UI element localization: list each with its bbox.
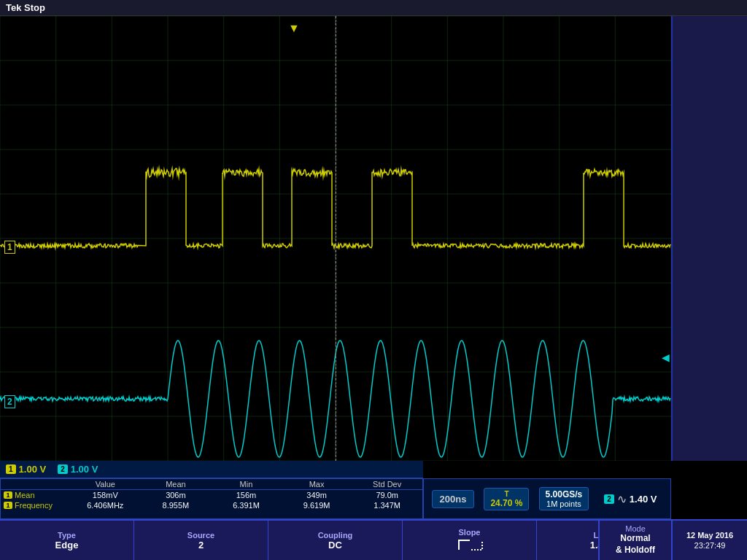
meas-row-mean: 1 Mean 158mV 306m 156m 349m 79.0m xyxy=(1,490,422,500)
meas-freq-label: Frequency xyxy=(15,501,53,510)
meas-freq-mean: 8.955M xyxy=(141,501,212,510)
source-label: Source xyxy=(187,531,214,540)
mode-value: Normal & Holdoff xyxy=(616,533,655,556)
meas-col-value: Value xyxy=(70,480,141,489)
slope-button[interactable]: Slope xyxy=(403,521,537,560)
coupling-value: DC xyxy=(328,540,342,551)
ch2-badge: 2 xyxy=(58,464,68,474)
trig-right-arrow: ◀ xyxy=(662,351,670,363)
meas-row2-label: 1 Frequency xyxy=(1,501,70,510)
trig-label: T xyxy=(504,490,508,498)
ch2-right-display: 2 ∿ 1.40 V xyxy=(598,491,662,508)
meas-mean-stddev: 79.0m xyxy=(352,491,422,499)
trigger-marker: ▼ xyxy=(288,22,300,35)
meas-row-freq: 1 Frequency 6.406MHz 8.955M 6.391M 9.619… xyxy=(1,500,422,510)
ch2-marker: 2 xyxy=(4,395,15,408)
channel-bar: 1 1.00 V 2 1.00 V xyxy=(0,461,423,478)
ch1-marker: 1 xyxy=(4,241,15,254)
controls-bar[interactable]: Type Edge Source 2 Coupling DC Slope Lev… xyxy=(0,519,671,560)
meas-col-max: Max xyxy=(282,480,352,489)
coupling-button[interactable]: Coupling DC xyxy=(268,521,403,560)
status-text: Tek Stop xyxy=(6,2,45,13)
sample-rate-box: 5.00GS/s 1M points xyxy=(539,487,589,510)
trig-percent: 24.70 % xyxy=(490,498,522,508)
time-display: 23:27:49 xyxy=(694,541,726,550)
status-panel: 200ns T 24.70 % 5.00GS/s 1M points 2 ∿ 1… xyxy=(423,478,671,519)
datetime-panel: 12 May 2016 23:27:49 xyxy=(671,519,747,560)
ch1-voltage: 1.00 V xyxy=(19,464,47,475)
measurements-bar: Value Mean Min Max Std Dev 1 Mean 158mV … xyxy=(0,478,423,519)
meas-mean-mean: 306m xyxy=(141,491,212,499)
sample-points: 1M points xyxy=(546,499,581,508)
sample-rate: 5.00GS/s xyxy=(546,489,583,499)
meas-row1-label: 1 Mean xyxy=(1,491,70,499)
meas-ch1-badge: 1 xyxy=(4,491,12,499)
meas-col-stddev: Std Dev xyxy=(352,480,422,489)
meas-mean-value: 158mV xyxy=(70,491,141,499)
type-button[interactable]: Type Edge xyxy=(0,521,134,560)
meas-ch1-badge-freq: 1 xyxy=(4,502,12,509)
meas-freq-stddev: 1.347M xyxy=(352,501,422,510)
mode-holdoff: & Holdoff xyxy=(616,545,655,555)
oscilloscope-screen: ▼ 1 2 ◀ xyxy=(0,16,671,461)
mode-title: Mode xyxy=(625,524,646,533)
ch2-right-voltage: 1.40 V xyxy=(630,494,657,505)
meas-freq-min: 6.391M xyxy=(211,501,282,510)
ch2-right-badge: 2 xyxy=(604,494,614,504)
slope-label: Slope xyxy=(459,528,481,537)
meas-header-empty xyxy=(1,480,70,489)
mode-box[interactable]: Mode Normal & Holdoff xyxy=(598,519,671,560)
ch1-badge: 1 xyxy=(6,464,16,474)
type-value: Edge xyxy=(55,540,79,551)
top-bar: Tek Stop xyxy=(0,0,747,16)
date-display: 12 May 2016 xyxy=(686,531,733,540)
right-panel xyxy=(671,16,747,461)
ch1-voltage-display: 1 1.00 V xyxy=(6,464,46,475)
meas-header: Value Mean Min Max Std Dev xyxy=(1,479,422,490)
trigger-box: T 24.70 % xyxy=(484,488,529,510)
ch2-voltage: 1.00 V xyxy=(71,464,98,475)
mode-normal: Normal xyxy=(620,533,650,543)
slope-icon xyxy=(455,537,484,553)
meas-col-mean: Mean xyxy=(141,480,212,489)
grid-canvas xyxy=(0,16,671,461)
source-button[interactable]: Source 2 xyxy=(134,521,268,560)
meas-col-min: Min xyxy=(211,480,282,489)
meas-mean-max: 349m xyxy=(282,491,352,499)
meas-freq-value: 6.406MHz xyxy=(70,501,141,510)
wave-icon: ∿ xyxy=(617,492,627,506)
coupling-label: Coupling xyxy=(318,531,353,540)
timebase-display: 200ns xyxy=(432,490,475,508)
ch2-voltage-display: 2 1.00 V xyxy=(58,464,98,475)
meas-mean-min: 156m xyxy=(211,491,282,499)
meas-freq-max: 9.619M xyxy=(282,501,352,510)
source-value: 2 xyxy=(198,540,204,551)
type-label: Type xyxy=(58,531,76,540)
meas-mean-label: Mean xyxy=(15,491,35,499)
